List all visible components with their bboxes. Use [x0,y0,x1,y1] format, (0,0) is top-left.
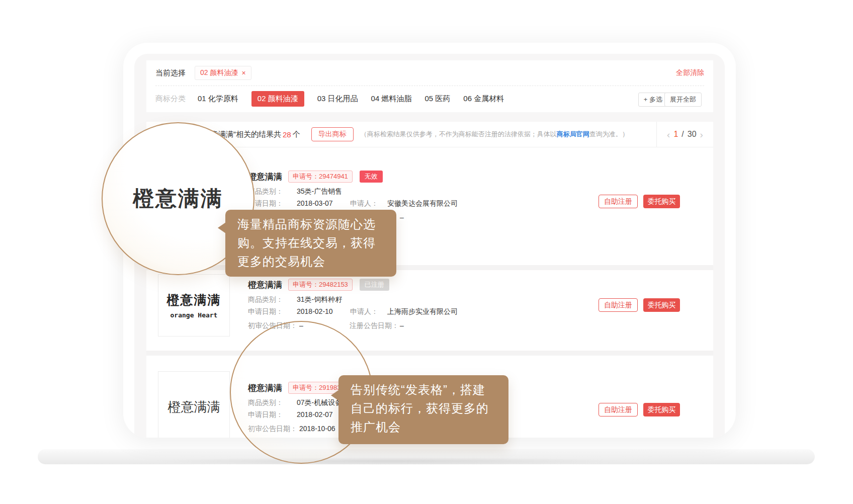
export-trademarks-button[interactable]: 导出商标 [311,127,354,141]
trademark-image: 橙意满满 orange Heart [158,274,230,337]
category-item-05[interactable]: 05 医药 [424,94,450,104]
meta-category: 商品类别： 31类-饲料种籽 [248,295,620,305]
category-row: 商标分类 01 化学原料 02 颜料油漆 03 日化用品 04 燃料油脂 05 … [146,86,713,112]
trademark-office-link[interactable]: 商标局官网 [557,130,589,138]
callout-marketplace: 海量精品商标资源随心选 购。支持在线交易，获得 更多的交易机会 [225,210,396,277]
meta-dates: 申请日期： 2018-03-07 申请人： 安徽美达会展有限公司 [248,199,620,209]
row-actions: 自助注册 委托购买 [599,298,680,312]
apply-date-value: 2018-02-10 [297,307,333,315]
entrust-purchase-button[interactable]: 委托购买 [643,403,680,416]
application-number-tag: 申请号：29474941 [288,171,353,183]
status-badge-registered: 已注册 [360,279,389,291]
application-number-value: 29474941 [319,173,348,180]
status-badge-invalid: 无效 [360,171,383,183]
next-page-icon[interactable]: › [700,130,703,139]
applicant-value: 安徽美达会展有限公司 [387,199,458,208]
entrust-purchase-button[interactable]: 委托购买 [643,195,680,208]
selected-filter-chip-label: 02 颜料油漆 [200,68,238,77]
callout-arrow-icon [218,222,226,233]
current-page: 1 [673,130,678,139]
current-selection-row: 当前选择 02 颜料油漆× 全部清除 [146,60,713,86]
category-label: 商标分类 [155,94,186,104]
pagination: ‹ 1 / 30 › [656,122,713,147]
category-field-label: 商品类别： [248,295,283,304]
reg-publish-value: – [400,321,404,329]
category-item-01[interactable]: 01 化学原料 [198,94,238,104]
trademark-image-text: 橙意满满 [168,398,220,416]
laptop-stand [38,449,815,464]
summary-suffix: 个 [293,130,300,139]
trademark-name-line: 橙意满满 申请号：29482153 已注册 [248,279,630,291]
applicant-label: 申请人： [350,307,378,316]
trademark-image-text: 橙意满满 [167,292,221,308]
trademark-image: 橙意满满 [158,371,230,438]
total-pages: 30 [688,130,697,139]
apply-date-value: 2018-03-07 [297,199,333,207]
entrust-purchase-button[interactable]: 委托购买 [643,298,680,312]
category-item-04[interactable]: 04 燃料油脂 [371,94,412,104]
filter-panel: 当前选择 02 颜料油漆× 全部清除 商标分类 01 化学原料 02 颜料油漆 … [146,60,713,112]
meta-category: 商品类别： 35类-广告销售 [248,187,620,197]
row-actions: 自助注册 委托购买 [599,195,680,208]
applicant-value: 上海雨步实业有限公司 [387,307,458,316]
callout-promotion: 告别传统“发表格”，搭建 自己的标行，获得更多的 推广机会 [338,375,508,444]
current-selection-label: 当前选择 [155,68,186,78]
self-register-button[interactable]: 自助注册 [599,403,638,416]
trademark-details: 橙意满满 申请号：29474941 无效 商品类别： 35类-广告销售 申请日期… [248,171,630,183]
prev-page-icon[interactable]: ‹ [667,130,670,139]
magnified-trademark-text: 橙意满满 [133,185,223,213]
callout-text: 告别传统“发表格”，搭建 自己的标行，获得更多的 推广机会 [338,375,508,441]
reg-publish-label: 注册公告日期： [350,321,399,330]
result-row-2: 橙意满满 orange Heart 橙意满满 申请号：29482153 已注册 … [146,270,713,351]
self-register-button[interactable]: 自助注册 [599,298,638,312]
disclaimer-prefix: （商标检索结果仅供参考，不作为商标能否注册的法律依据；具体以 [361,130,557,138]
disclaimer-suffix: 查询为准。） [589,130,629,138]
application-number-tag: 申请号：29482153 [288,279,353,291]
trademark-details: 橙意满满 申请号：29482153 已注册 商品类别： 31类-饲料种籽 申请日… [248,279,630,291]
trademark-name-line: 橙意满满 申请号：29474941 无效 [248,171,630,183]
meta-dates: 申请日期： 2018-02-10 申请人： 上海雨步实业有限公司 [248,307,620,317]
application-number-label: 申请号： [293,281,319,288]
category-item-06[interactable]: 06 金属材料 [463,94,504,104]
row-actions: 自助注册 委托购买 [599,403,680,416]
category-field-value: 31类-饲料种籽 [297,295,342,304]
applicant-label: 申请人： [350,199,378,208]
page-separator: / [681,130,684,139]
disclaimer-text: （商标检索结果仅供参考，不作为商标能否注册的法律依据；具体以商标局官网查询为准。… [361,130,629,139]
category-field-value: 35类-广告销售 [297,187,342,196]
multi-select-button[interactable]: + 多选 [638,93,668,107]
callout-arrow-icon [331,390,339,401]
results-count: 28 [283,130,291,139]
trademark-name: 橙意满满 [248,171,282,183]
selected-filter-chip[interactable]: 02 颜料油漆× [195,66,251,80]
category-item-03[interactable]: 03 日化用品 [317,94,358,104]
application-number-value: 29482153 [319,281,348,288]
self-register-button[interactable]: 自助注册 [599,195,638,208]
apply-date-label: 申请日期： [248,307,283,316]
trademark-name: 橙意满满 [248,279,282,291]
page: 当前选择 02 颜料油漆× 全部清除 商标分类 01 化学原料 02 颜料油漆 … [0,0,853,504]
category-item-02-selected[interactable]: 02 颜料油漆 [251,91,304,107]
trademark-image-subtext: orange Heart [170,311,218,319]
expand-all-button[interactable]: 展开全部 [664,93,702,107]
callout-text: 海量精品商标资源随心选 购。支持在线交易，获得 更多的交易机会 [225,210,396,276]
application-number-label: 申请号： [293,173,319,180]
reg-publish-value: – [400,213,404,221]
remove-filter-icon[interactable]: × [241,69,245,77]
clear-all-button[interactable]: 全部清除 [676,68,704,77]
